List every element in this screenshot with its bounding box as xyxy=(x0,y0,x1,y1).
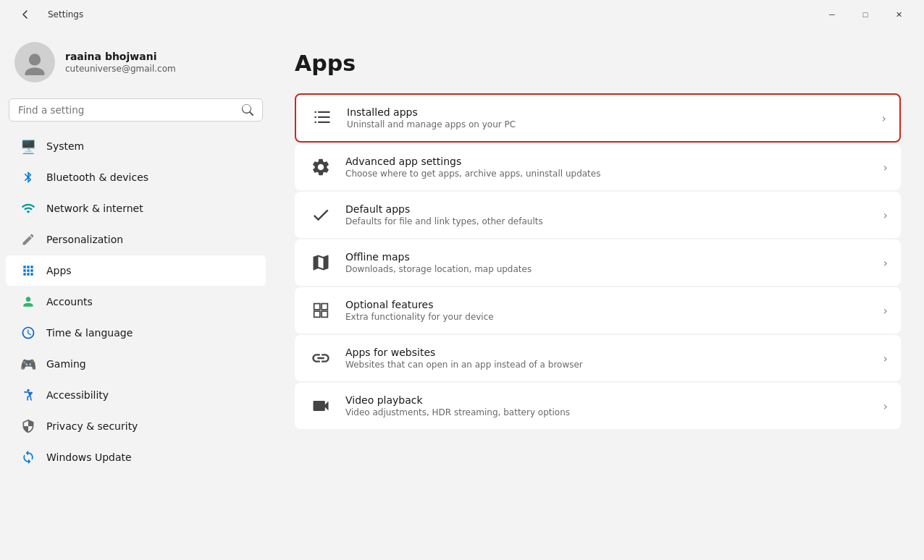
sidebar-item-privacy[interactable]: Privacy & security xyxy=(6,411,266,441)
avatar xyxy=(14,42,55,82)
optional-features-chevron: › xyxy=(883,304,888,318)
installed-apps-chevron: › xyxy=(882,111,886,125)
search-box xyxy=(9,98,263,122)
apps-for-websites-chevron: › xyxy=(883,352,888,365)
default-apps-icon xyxy=(308,202,334,228)
sidebar-item-time[interactable]: Time & language xyxy=(6,318,266,348)
sidebar-item-label-accounts: Accounts xyxy=(46,296,93,307)
sidebar-item-label-gaming: Gaming xyxy=(46,358,86,370)
time-icon xyxy=(20,325,36,341)
sidebar: raaina bhojwani cuteuniverse@gmail.com 🖥… xyxy=(0,29,272,560)
offline-maps-icon xyxy=(308,250,334,276)
video-playback-desc: Video adjustments, HDR streaming, batter… xyxy=(345,407,872,417)
sidebar-item-label-privacy: Privacy & security xyxy=(46,420,138,432)
advanced-app-settings-chevron: › xyxy=(883,161,888,174)
sidebar-item-label-system: System xyxy=(46,140,84,152)
windows-update-icon xyxy=(20,449,36,465)
settings-list: Installed apps Uninstall and manage apps… xyxy=(295,93,901,429)
offline-maps-chevron: › xyxy=(883,256,888,270)
settings-item-offline-maps[interactable]: Offline maps Downloads, storage location… xyxy=(295,239,901,286)
sidebar-item-label-bluetooth: Bluetooth & devices xyxy=(46,171,148,183)
search-input[interactable] xyxy=(18,104,236,116)
svg-point-2 xyxy=(27,389,29,391)
apps-for-websites-desc: Websites that can open in an app instead… xyxy=(345,360,872,370)
user-email: cuteuniverse@gmail.com xyxy=(65,64,176,74)
sidebar-item-label-apps: Apps xyxy=(46,265,72,276)
advanced-app-settings-title: Advanced app settings xyxy=(345,156,872,167)
optional-features-icon xyxy=(308,297,334,323)
search-container xyxy=(0,96,272,130)
accounts-icon xyxy=(20,294,36,310)
installed-apps-desc: Uninstall and manage apps on your PC xyxy=(347,119,870,130)
advanced-app-settings-icon xyxy=(308,154,334,180)
sidebar-item-system[interactable]: 🖥️ System xyxy=(6,131,266,161)
video-playback-icon xyxy=(308,393,334,419)
installed-apps-icon xyxy=(309,105,335,131)
sidebar-item-network[interactable]: Network & internet xyxy=(6,193,266,224)
window-title: Settings xyxy=(48,9,83,20)
sidebar-item-gaming[interactable]: 🎮 Gaming xyxy=(6,349,266,379)
user-info: raaina bhojwani cuteuniverse@gmail.com xyxy=(65,51,176,74)
maximize-button[interactable]: □ xyxy=(849,3,882,26)
sidebar-item-label-personalization: Personalization xyxy=(46,234,123,245)
page-title: Apps xyxy=(295,51,901,76)
optional-features-text: Optional features Extra functionality fo… xyxy=(345,299,872,322)
optional-features-desc: Extra functionality for your device xyxy=(345,312,872,322)
bluetooth-icon xyxy=(20,169,36,185)
sidebar-item-label-network: Network & internet xyxy=(46,203,143,214)
optional-features-title: Optional features xyxy=(345,299,872,310)
sidebar-item-personalization[interactable]: Personalization xyxy=(6,224,266,255)
main-container: raaina bhojwani cuteuniverse@gmail.com 🖥… xyxy=(0,29,924,560)
titlebar: Settings ─ □ ✕ xyxy=(0,0,924,29)
sidebar-item-apps[interactable]: Apps xyxy=(6,255,266,286)
close-button[interactable]: ✕ xyxy=(882,3,915,26)
offline-maps-desc: Downloads, storage location, map updates xyxy=(345,264,872,274)
accessibility-icon xyxy=(20,387,36,403)
sidebar-nav: 🖥️ System Bluetooth & devices xyxy=(0,130,272,473)
video-playback-title: Video playback xyxy=(345,394,872,406)
apps-for-websites-title: Apps for websites xyxy=(345,347,872,358)
settings-item-installed-apps[interactable]: Installed apps Uninstall and manage apps… xyxy=(295,93,901,143)
system-icon: 🖥️ xyxy=(20,138,36,154)
settings-item-advanced[interactable]: Advanced app settings Choose where to ge… xyxy=(295,144,901,190)
sidebar-item-label-windows: Windows Update xyxy=(46,451,132,463)
sidebar-item-label-time: Time & language xyxy=(46,327,133,339)
offline-maps-title: Offline maps xyxy=(345,251,872,263)
search-icon xyxy=(242,104,253,116)
video-playback-text: Video playback Video adjustments, HDR st… xyxy=(345,394,872,417)
default-apps-desc: Defaults for file and link types, other … xyxy=(345,216,872,226)
video-playback-chevron: › xyxy=(883,399,888,413)
default-apps-chevron: › xyxy=(883,208,888,222)
sidebar-item-bluetooth[interactable]: Bluetooth & devices xyxy=(6,162,266,192)
sidebar-item-windows[interactable]: Windows Update xyxy=(6,442,266,472)
installed-apps-text: Installed apps Uninstall and manage apps… xyxy=(347,106,870,130)
back-button[interactable] xyxy=(9,3,42,26)
offline-maps-text: Offline maps Downloads, storage location… xyxy=(345,251,872,274)
installed-apps-title: Installed apps xyxy=(347,106,870,118)
window-controls: ─ □ ✕ xyxy=(815,3,915,26)
svg-point-1 xyxy=(25,67,45,75)
default-apps-text: Default apps Defaults for file and link … xyxy=(345,203,872,226)
network-icon xyxy=(20,200,36,216)
settings-item-default-apps[interactable]: Default apps Defaults for file and link … xyxy=(295,192,901,238)
settings-item-apps-websites[interactable]: Apps for websites Websites that can open… xyxy=(295,335,901,381)
personalization-icon xyxy=(20,232,36,247)
user-name: raaina bhojwani xyxy=(65,51,176,62)
default-apps-title: Default apps xyxy=(345,203,872,215)
advanced-app-settings-desc: Choose where to get apps, archive apps, … xyxy=(345,169,872,179)
advanced-app-settings-text: Advanced app settings Choose where to ge… xyxy=(345,156,872,179)
sidebar-item-label-accessibility: Accessibility xyxy=(46,389,109,401)
svg-point-0 xyxy=(29,54,41,65)
apps-for-websites-text: Apps for websites Websites that can open… xyxy=(345,347,872,370)
gaming-icon: 🎮 xyxy=(20,356,36,372)
content-area: Apps Installed apps Uninstall and manage… xyxy=(272,29,924,560)
sidebar-item-accounts[interactable]: Accounts xyxy=(6,287,266,317)
apps-icon xyxy=(20,263,36,279)
privacy-icon xyxy=(20,418,36,434)
settings-item-optional-features[interactable]: Optional features Extra functionality fo… xyxy=(295,287,901,334)
user-profile[interactable]: raaina bhojwani cuteuniverse@gmail.com xyxy=(0,29,272,96)
sidebar-item-accessibility[interactable]: Accessibility xyxy=(6,380,266,410)
minimize-button[interactable]: ─ xyxy=(815,3,849,26)
apps-for-websites-icon xyxy=(308,345,334,371)
settings-item-video-playback[interactable]: Video playback Video adjustments, HDR st… xyxy=(295,383,901,429)
